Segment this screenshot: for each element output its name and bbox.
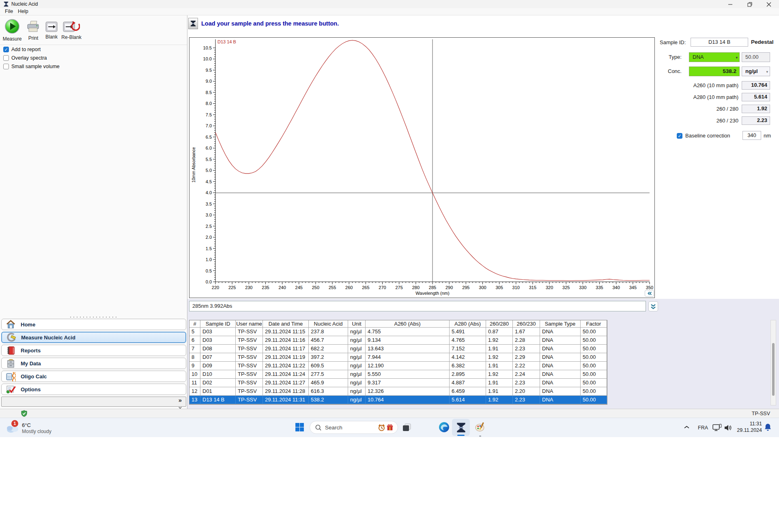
- column-header[interactable]: A280 (Abs): [450, 320, 486, 328]
- measurement-label: 260 / 230: [659, 118, 738, 124]
- collapse-down-button[interactable]: [648, 301, 658, 311]
- baseline-wavelength-input[interactable]: 340: [742, 131, 761, 140]
- sample-id-input[interactable]: D13 14 B: [691, 38, 748, 47]
- nucleic-acid-taskbar-button[interactable]: [452, 419, 470, 436]
- close-button[interactable]: [763, 1, 775, 8]
- collapse-left-button[interactable]: [645, 290, 654, 297]
- column-header[interactable]: A260 (Abs): [366, 320, 450, 328]
- table-cell: 29.11.2024 11:22: [263, 362, 309, 370]
- sample-id-label: Sample ID:: [660, 39, 686, 45]
- unit-select[interactable]: ng/µl ▾: [742, 66, 770, 76]
- spectrum-chart[interactable]: 2202252302352402452502552602652702752802…: [189, 38, 654, 298]
- svg-text:275: 275: [396, 285, 403, 290]
- table-cell: ng/µl: [348, 336, 366, 345]
- table-row[interactable]: 6D03TP-SSV29.11.2024 11:16456.7ng/µl9.13…: [189, 336, 607, 345]
- table-row[interactable]: 10D10TP-SSV29.11.2024 11:24277.5ng/µl5.5…: [189, 370, 607, 379]
- reblank-button[interactable]: Re-Blank: [61, 21, 82, 40]
- table-cell: ng/µl: [348, 396, 366, 404]
- table-cell: 50.00: [581, 328, 607, 336]
- svg-text:5.0: 5.0: [206, 168, 212, 173]
- column-header[interactable]: Date and Time: [263, 320, 309, 328]
- clock-date: 29.11.2024: [737, 427, 762, 433]
- menu-file[interactable]: File: [5, 9, 13, 14]
- sidebar-item-options[interactable]: Options: [1, 384, 186, 395]
- menu-help[interactable]: Help: [18, 9, 28, 14]
- table-row[interactable]: 9D09TP-SSV29.11.2024 11:22609.5ng/µl12.1…: [189, 362, 607, 370]
- column-header[interactable]: User name: [236, 320, 263, 328]
- svg-text:6.5: 6.5: [206, 135, 212, 139]
- print-button[interactable]: Print: [24, 20, 42, 41]
- checkbox[interactable]: [3, 55, 9, 61]
- splitter-handle[interactable]: [69, 316, 118, 318]
- baseline-correction-checkbox[interactable]: ✓: [677, 133, 682, 139]
- table-scrollbar[interactable]: [770, 320, 776, 405]
- column-header[interactable]: Factor: [581, 320, 607, 328]
- column-header[interactable]: Sample ID: [200, 320, 236, 328]
- column-header[interactable]: 260/280: [486, 320, 513, 328]
- blank-button[interactable]: Blank: [43, 21, 60, 40]
- scrollbar-thumb[interactable]: [772, 343, 775, 396]
- checkbox[interactable]: ✓: [3, 47, 9, 52]
- sidebar-item-home[interactable]: Home: [1, 319, 186, 330]
- svg-text:0.5: 0.5: [206, 268, 212, 273]
- table-cell: 7.944: [366, 353, 450, 362]
- restore-button[interactable]: [744, 1, 756, 8]
- weather-widget[interactable]: 1 6°C Mostly cloudy: [6, 420, 58, 436]
- sidebar-item-reports[interactable]: Reports: [1, 345, 186, 356]
- sidebar-footer: »: [1, 397, 186, 407]
- table-cell: 2.20: [513, 387, 540, 396]
- table-cell: 1.92: [486, 353, 513, 362]
- column-header[interactable]: Nucleic Acid: [309, 320, 348, 328]
- table-cell: 2.23: [513, 379, 540, 387]
- svg-text:265: 265: [362, 285, 369, 290]
- my-data-icon: [6, 358, 16, 369]
- language-indicator[interactable]: FRA: [698, 425, 708, 431]
- svg-text:290: 290: [445, 285, 453, 290]
- table-cell: 29.11.2024 11:19: [263, 353, 309, 362]
- measurement-label: 260 / 280: [659, 106, 738, 112]
- column-header[interactable]: Sample Type: [540, 320, 581, 328]
- measurement-rows: A260 (10 mm path)10.764A280 (10 mm path)…: [659, 81, 770, 130]
- measurement-value: 1.92: [742, 105, 770, 113]
- edge-browser-icon[interactable]: [439, 422, 450, 433]
- table-row[interactable]: 5D03TP-SSV29.11.2024 11:15237.8ng/µl4.75…: [189, 328, 607, 336]
- svg-text:9.5: 9.5: [206, 68, 212, 73]
- table-row[interactable]: 11D02TP-SSV29.11.2024 11:27465.9ng/µl9.3…: [189, 379, 607, 387]
- tray-chevron-up-icon[interactable]: [684, 425, 689, 429]
- taskbar-search[interactable]: Search: [310, 421, 398, 434]
- notification-bell-icon[interactable]: [764, 423, 771, 431]
- table-cell: 7.152: [450, 345, 486, 353]
- printer-icon: [26, 28, 40, 34]
- option-overlay-spectra[interactable]: Overlay spectra: [3, 55, 47, 61]
- start-button[interactable]: [295, 422, 305, 432]
- option-add-to-report[interactable]: ✓Add to report: [3, 46, 41, 53]
- table-row[interactable]: 12D01TP-SSV29.11.2024 11:28616.3ng/µl12.…: [189, 387, 607, 396]
- app-statusbar: TP-SSV: [0, 409, 779, 418]
- table-row[interactable]: 13D13 14 BTP-SSV29.11.2024 11:31538.2ng/…: [189, 396, 607, 404]
- type-select[interactable]: DNA ▾: [689, 52, 740, 62]
- svg-text:315: 315: [529, 285, 536, 290]
- sidebar-item-measure-nucleic-acid[interactable]: Measure Nucleic Acid: [1, 332, 186, 343]
- paint-app-icon[interactable]: [475, 422, 486, 433]
- table-cell: 6.459: [450, 387, 486, 396]
- table-cell: 5.550: [366, 370, 450, 379]
- taskbar-clock[interactable]: 11:31 29.11.2024: [730, 420, 762, 433]
- table-cell: 11: [189, 379, 200, 387]
- svg-text:4.5: 4.5: [206, 179, 212, 184]
- sidebar-item-oligo-calc[interactable]: Oligo Calc: [1, 371, 186, 382]
- svg-text:230: 230: [245, 285, 252, 290]
- column-header[interactable]: 260/230: [513, 320, 540, 328]
- table-row[interactable]: 7D08TP-SSV29.11.2024 11:17682.2ng/µl13.6…: [189, 345, 607, 353]
- column-header[interactable]: #: [189, 320, 200, 328]
- checkbox[interactable]: [3, 64, 9, 69]
- measure-button[interactable]: Measure: [2, 19, 23, 42]
- sidebar-item-my-data[interactable]: My Data: [1, 358, 186, 369]
- sidebar-expander-button[interactable]: »: [179, 397, 182, 410]
- table-row[interactable]: 8D07TP-SSV29.11.2024 11:19397.2ng/µl7.94…: [189, 353, 607, 362]
- task-view-button[interactable]: [402, 422, 412, 433]
- table-cell: 29.11.2024 11:27: [263, 379, 309, 387]
- network-icon[interactable]: [712, 424, 722, 431]
- option-small-sample-volume[interactable]: Small sample volume: [3, 63, 60, 70]
- minimize-button[interactable]: [724, 1, 736, 8]
- column-header[interactable]: Unit: [348, 320, 366, 328]
